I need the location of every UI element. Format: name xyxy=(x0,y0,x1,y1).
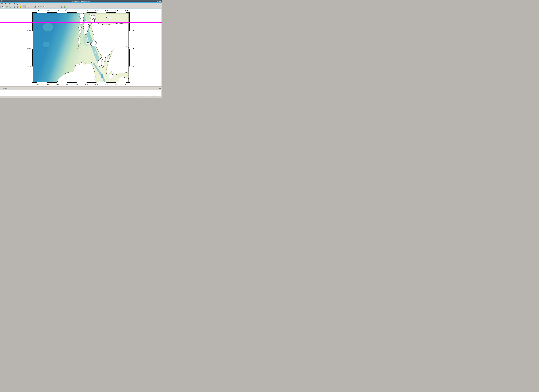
pan-button[interactable] xyxy=(34,5,37,8)
toolbar-separator xyxy=(33,5,33,8)
axis-label: 12°W xyxy=(34,84,40,86)
axis-label: 11°W xyxy=(43,9,50,11)
raster-map-image[interactable] xyxy=(32,12,130,83)
window-title: Georeferencer - Mapsample.png xyxy=(0,0,162,2)
canvas-border xyxy=(0,9,0,86)
status-rotation: None xyxy=(158,96,161,98)
gcp-table[interactable] xyxy=(0,90,161,96)
crosshair-horizontal-line xyxy=(0,22,162,23)
axis-label: 5°W xyxy=(103,9,110,11)
menu-file[interactable]: File xyxy=(0,3,5,5)
toolbar-separator xyxy=(53,5,53,8)
map-canvas[interactable]: 12°W 11°W 10°W 9°W 8°W 7°W 6°W 5°W 4°W 3… xyxy=(0,9,162,86)
menu-settings[interactable]: Settings xyxy=(13,3,19,5)
axis-label: 11°W xyxy=(43,84,50,86)
toolbar xyxy=(0,5,162,9)
transformation-settings-button[interactable] xyxy=(19,5,22,8)
link-georeferencer-to-qgis-button[interactable] xyxy=(53,5,56,8)
save-gcp-points-button[interactable] xyxy=(16,5,19,8)
close-panel-button[interactable] xyxy=(159,88,161,90)
toolbar-grip[interactable] xyxy=(0,5,1,8)
load-gcp-points-button[interactable] xyxy=(13,5,16,8)
gcp-panel-title: GCP table xyxy=(0,88,7,89)
axis-label: 55°N xyxy=(130,66,136,67)
title-bar[interactable]: Georeferencer - Mapsample.png xyxy=(0,0,162,2)
menu-view[interactable]: View xyxy=(8,3,13,5)
axis-label: 55°N xyxy=(25,66,31,67)
axis-label: 56°N xyxy=(25,48,31,50)
axis-label: 8°W xyxy=(73,9,80,11)
status-transform: Transform: Not set xyxy=(138,96,149,98)
generate-gdal-script-button[interactable] xyxy=(9,5,12,8)
status-coordinates: 815,-442 xyxy=(151,96,156,98)
maximize-window-button[interactable] xyxy=(157,0,158,2)
canvas-border xyxy=(161,9,162,86)
axis-label: 7°W xyxy=(83,9,90,11)
georeferencer-window: Georeferencer - Mapsample.png File Edit … xyxy=(0,0,162,98)
zoom-to-layer-button[interactable] xyxy=(43,5,46,8)
axis-label: 57°N xyxy=(25,30,31,32)
link-qgis-to-georeferencer-button[interactable] xyxy=(56,5,59,8)
axis-label: 7°W xyxy=(83,84,90,86)
axis-label: 9°W xyxy=(63,84,70,86)
axis-label: 10°W xyxy=(53,84,60,86)
axis-label: 57°N xyxy=(130,30,136,32)
start-georeferencing-button[interactable] xyxy=(5,5,9,8)
add-point-button[interactable] xyxy=(23,5,26,8)
axis-label: 8°W xyxy=(73,84,80,86)
axis-label: 9°W xyxy=(63,9,70,11)
axis-label: 12°W xyxy=(34,9,40,11)
shade-window-button[interactable] xyxy=(154,0,156,2)
axis-label: 3°W xyxy=(123,84,130,86)
zoom-next-button[interactable] xyxy=(49,5,52,8)
axis-label: 10°W xyxy=(53,9,60,11)
menu-bar: File Edit View Settings xyxy=(0,3,162,5)
histogram-stretch-local-button[interactable] xyxy=(64,5,67,8)
menu-edit[interactable]: Edit xyxy=(5,3,9,5)
status-bar: Transform: Not set 815,-442 None xyxy=(0,96,162,98)
zoom-out-button[interactable] xyxy=(40,5,43,8)
crosshair-vertical-line xyxy=(51,9,51,86)
axis-label: 6°W xyxy=(93,9,100,11)
zoom-in-button[interactable] xyxy=(37,5,40,8)
close-window-button[interactable] xyxy=(159,0,161,2)
zoom-last-button[interactable] xyxy=(46,5,49,8)
delete-point-button[interactable] xyxy=(26,5,29,8)
histogram-stretch-full-button[interactable] xyxy=(61,5,64,8)
float-panel-button[interactable] xyxy=(157,88,158,90)
axis-label: 6°W xyxy=(93,84,100,86)
axis-label: 4°W xyxy=(113,84,120,86)
open-raster-button[interactable] xyxy=(1,5,5,8)
axis-label: 5°W xyxy=(103,84,110,86)
axis-label: 4°W xyxy=(113,9,120,11)
axis-label: 3°W xyxy=(123,9,130,11)
toolbar-separator xyxy=(12,5,12,8)
axis-label: 56°N xyxy=(130,48,136,50)
move-gcp-point-button[interactable] xyxy=(29,5,33,8)
gcp-panel-header[interactable]: GCP table xyxy=(0,87,162,90)
